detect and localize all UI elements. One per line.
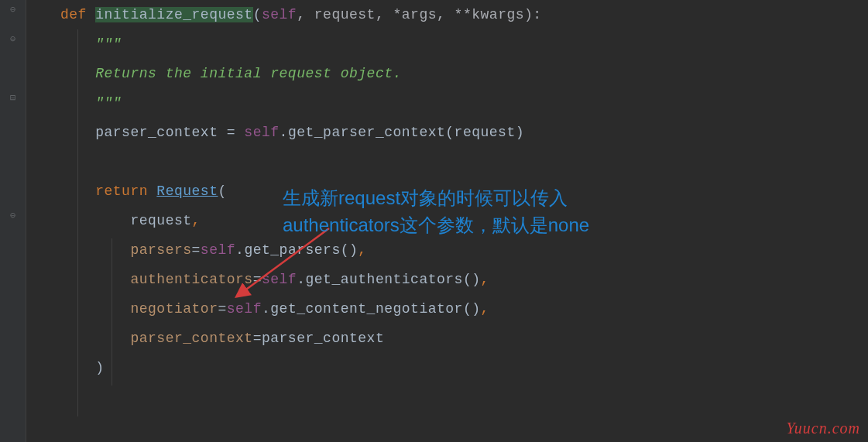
code-line[interactable]: """	[26, 29, 868, 59]
function-name: initialize_request	[95, 7, 252, 22]
eq: =	[192, 242, 201, 258]
method-call: .get_parsers()	[235, 242, 358, 258]
code-line[interactable]: )	[26, 353, 868, 382]
self-kw: self	[262, 272, 297, 287]
assign-lhs: parser_context =	[95, 125, 244, 140]
params: , request, *args, **kwargs):	[297, 7, 541, 22]
param-parsers: parsers	[130, 242, 191, 258]
self-kw: self	[201, 242, 235, 258]
class-link[interactable]: Request	[156, 183, 218, 199]
method-call: .get_authenticators()	[297, 272, 480, 287]
code-line[interactable]: authenticators=self.get_authenticators()…	[26, 265, 868, 294]
docstring-quote: """	[95, 95, 122, 111]
code-line[interactable]: Returns the initial request object.	[26, 59, 868, 88]
keyword-def: def	[60, 7, 95, 22]
self-kw: self	[244, 125, 279, 140]
code-line[interactable]: """	[26, 88, 868, 118]
fold-icon[interactable]: ⊟	[0, 93, 26, 104]
watermark: Yuucn.com	[787, 420, 860, 437]
fold-icon[interactable]: ⊖	[0, 34, 26, 45]
method-call: .get_content_negotiator()	[262, 301, 481, 317]
value: parser_context	[262, 331, 384, 346]
fold-icon[interactable]: ⊖	[0, 211, 26, 221]
param-negotiator: negotiator	[130, 301, 218, 317]
comma: ,	[358, 242, 366, 258]
self-kw: self	[262, 7, 297, 22]
comma: ,	[481, 301, 489, 317]
eq: =	[253, 331, 262, 346]
code-line[interactable]: parser_context=parser_context	[26, 324, 868, 353]
docstring-body: Returns the initial request object.	[95, 66, 402, 81]
fold-icon[interactable]: ⊖	[0, 5, 26, 15]
comma: ,	[481, 272, 489, 287]
param-parser-context: parser_context	[130, 331, 252, 346]
code-line[interactable]: parsers=self.get_parsers(),	[26, 235, 868, 265]
keyword-return: return	[95, 183, 156, 199]
eq: =	[218, 301, 226, 317]
comma: ,	[192, 213, 201, 228]
param-authenticators: authenticators	[130, 272, 252, 287]
paren: (	[253, 7, 262, 22]
arg-request: request	[130, 213, 191, 228]
self-kw: self	[227, 301, 262, 317]
annotation-line2: authenticators这个参数，默认是none	[283, 211, 589, 238]
gutter: ⊖ ⊖ ⊟ ⊖	[0, 0, 26, 442]
annotation-line1: 生成新request对象的时候可以传入	[283, 184, 589, 211]
annotation-text: 生成新request对象的时候可以传入 authenticators这个参数，默…	[283, 184, 589, 238]
docstring-quote: """	[95, 36, 122, 52]
paren: )	[95, 360, 104, 375]
code-line[interactable]: negotiator=self.get_content_negotiator()…	[26, 294, 868, 324]
code-line[interactable]: def initialize_request(self, request, *a…	[26, 0, 868, 29]
eq: =	[253, 272, 262, 287]
method-call: .get_parser_context(request)	[280, 125, 524, 140]
code-line[interactable]	[26, 147, 868, 176]
code-line[interactable]: parser_context = self.get_parser_context…	[26, 118, 868, 147]
paren: (	[218, 183, 226, 199]
